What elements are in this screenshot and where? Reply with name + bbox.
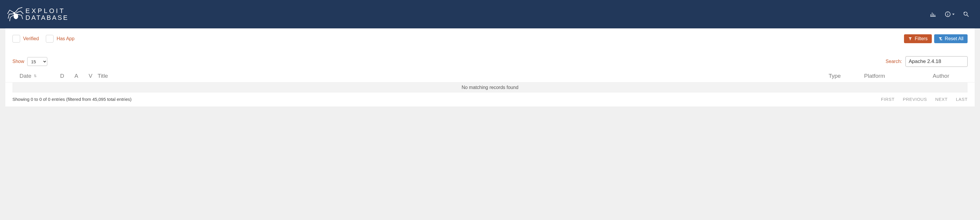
hasapp-filter: Has App <box>46 35 74 43</box>
col-a[interactable]: A <box>69 73 83 79</box>
show-entries: Show 15 <box>13 57 47 66</box>
col-date[interactable]: Date ⇅ <box>19 73 55 79</box>
app-header: EXPLOIT DATABASE <box>0 0 980 29</box>
col-title[interactable]: Title <box>98 73 829 79</box>
verified-filter: Verified <box>13 35 39 43</box>
svg-point-5 <box>964 12 967 15</box>
svg-point-4 <box>947 13 948 13</box>
pager-previous[interactable]: PREVIOUS <box>903 97 927 102</box>
col-date-label: Date <box>19 73 31 79</box>
reset-all-button-label: Reset All <box>945 36 963 41</box>
search-label: Search: <box>886 59 902 64</box>
col-platform[interactable]: Platform <box>864 73 914 79</box>
col-author[interactable]: Author <box>914 73 967 79</box>
filter-row: Verified Has App Filters Reset All <box>5 29 975 46</box>
chevron-down-icon <box>952 14 955 15</box>
pager-first[interactable]: FIRST <box>881 97 894 102</box>
search-wrap: Search: <box>886 56 967 67</box>
verified-checkbox[interactable] <box>13 35 20 43</box>
col-v[interactable]: V <box>83 73 98 79</box>
brand-text: EXPLOIT DATABASE <box>25 7 68 21</box>
table-empty-row: No matching records found <box>13 83 967 92</box>
info-dropdown[interactable] <box>945 11 955 18</box>
pager-last[interactable]: LAST <box>956 97 967 102</box>
brand-line2: DATABASE <box>25 14 68 21</box>
verified-label: Verified <box>23 36 39 41</box>
funnel-icon <box>908 37 912 41</box>
funnel-clear-icon <box>938 37 942 41</box>
col-type[interactable]: Type <box>829 73 864 79</box>
brand-line1: EXPLOIT <box>25 7 68 14</box>
pager: FIRST PREVIOUS NEXT LAST <box>881 97 967 102</box>
filter-buttons: Filters Reset All <box>904 34 967 43</box>
hasapp-checkbox[interactable] <box>46 35 54 43</box>
show-label: Show <box>13 59 24 64</box>
table-info: Showing 0 to 0 of 0 entries (filtered fr… <box>13 97 132 102</box>
stats-icon[interactable] <box>930 11 936 18</box>
info-icon <box>945 11 951 18</box>
search-input[interactable] <box>905 56 967 67</box>
col-d[interactable]: D <box>55 73 69 79</box>
filter-checkboxes: Verified Has App <box>13 35 75 43</box>
reset-all-button[interactable]: Reset All <box>934 34 967 43</box>
svg-line-6 <box>967 15 969 17</box>
search-icon[interactable] <box>963 11 969 18</box>
spider-icon <box>7 6 24 22</box>
table-footer: Showing 0 to 0 of 0 entries (filtered fr… <box>5 92 975 103</box>
brand-logo[interactable]: EXPLOIT DATABASE <box>7 6 68 22</box>
main-panel: Verified Has App Filters Reset All <box>5 29 975 107</box>
filters-button[interactable]: Filters <box>904 34 932 43</box>
pager-next[interactable]: NEXT <box>935 97 947 102</box>
filters-button-label: Filters <box>915 36 928 41</box>
hasapp-label: Has App <box>56 36 74 41</box>
show-select[interactable]: 15 <box>27 57 47 66</box>
table-header: Date ⇅ D A V Title Type Platform Author <box>5 70 975 83</box>
header-actions <box>930 11 969 18</box>
sort-icon: ⇅ <box>34 74 36 78</box>
controls-row: Show 15 Search: <box>5 46 975 70</box>
